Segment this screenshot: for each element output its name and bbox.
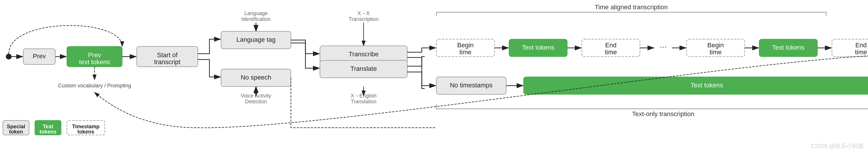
legend-special-label2: token [9, 129, 23, 135]
begin-time-2-label2: time [710, 48, 722, 56]
legend-timestamp-label2: tokens [78, 129, 94, 135]
text-only-label: Text-only transcription [632, 110, 694, 118]
text-tokens-2-label: Text tokens [772, 44, 804, 51]
arrow-langtag-translate [291, 43, 319, 68]
dots-label: ··· [660, 42, 666, 51]
arrow-start-language [198, 39, 220, 54]
legend-timestamp-label: Timestamp [72, 124, 100, 129]
legend-text-label: Text [43, 124, 53, 129]
no-timestamps-label: No timestamps [450, 82, 493, 89]
translate-label: Translate [350, 65, 377, 72]
end-time-1-label2: time [605, 48, 617, 56]
end-time-2-label2: time [855, 48, 867, 56]
end-time-2-label1: End [855, 41, 867, 49]
watermark: CSDN @快乐小码客 [811, 143, 864, 149]
begin-time-1-label2: time [459, 48, 471, 56]
start-of-transcript-label1: Start of [157, 51, 178, 59]
begin-time-1-label1: Begin [457, 41, 473, 49]
legend-special-label: Special [7, 124, 25, 129]
x2x-label1: X→X [358, 10, 370, 16]
start-of-transcript-label2: transcript [154, 59, 180, 66]
arrow-translate-fork [407, 56, 425, 66]
end-time-1-label1: End [605, 41, 616, 49]
start-dot [6, 54, 12, 60]
prev-label: Prev [33, 52, 46, 60]
no-speech-label: No speech [241, 74, 271, 81]
language-id-label2: Identification [241, 16, 271, 22]
begin-time-2-label1: Begin [707, 41, 724, 49]
time-aligned-brace [436, 12, 826, 16]
text-tokens-1-label: Text tokens [522, 44, 554, 51]
vad-label2: Detection [245, 99, 267, 105]
text-only-brace [436, 105, 868, 109]
prev-text-tokens-label2: text tokens [79, 59, 110, 66]
prev-text-tokens-label: Prev [88, 51, 101, 59]
legend-text-label2: tokens [39, 129, 56, 135]
diagram-container: Prev Prev text tokens Custom vocabulary … [0, 0, 868, 155]
custom-vocab-label: Custom vocabulary / Prompting [58, 83, 131, 88]
language-tag-label: Language tag [237, 36, 276, 43]
arrow-translate-notimestamps [407, 72, 425, 88]
x2x-label2: Transcription [348, 16, 378, 22]
language-id-label1: Language [244, 10, 268, 16]
arrow-transcribe-begintime [407, 48, 436, 52]
text-tokens-bottom-label: Text tokens [690, 82, 723, 89]
time-aligned-label: Time aligned transcription [595, 3, 668, 11]
arrow-start-nospeech [198, 60, 220, 77]
transcribe-label: Transcribe [348, 50, 378, 58]
x2en-label2: Translation [351, 99, 376, 105]
